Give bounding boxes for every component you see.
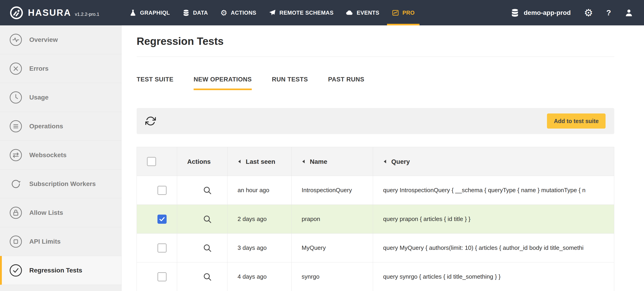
arrows-exchange-circle-icon (9, 148, 22, 162)
settings-gear-icon[interactable]: ⚙ (584, 8, 593, 18)
main-content: Regression Tests TEST SUITE NEW OPERATIO… (122, 26, 644, 291)
square-circle-icon (9, 235, 22, 248)
sidebar-item-errors[interactable]: Errors (0, 54, 121, 83)
table-row: 3 days ago MyQuery query MyQuery { autho… (137, 234, 614, 262)
refresh-icon[interactable] (145, 116, 156, 126)
sort-caret-icon (302, 158, 305, 165)
sort-caret-icon (383, 158, 387, 165)
x-circle-icon (9, 62, 22, 75)
column-label: Last seen (246, 158, 275, 165)
last-seen-cell: 3 days ago (228, 234, 292, 262)
select-all-checkbox[interactable] (147, 157, 156, 166)
query-cell: query MyQuery { authors(limit: 10) { art… (373, 234, 614, 262)
sidebar-item-label: Operations (29, 122, 63, 130)
nav-item-events[interactable]: EVENTS (340, 0, 386, 26)
sidebar-item-subscription-workers[interactable]: Subscription Workers (0, 170, 121, 198)
nav-item-actions[interactable]: ⚙ ACTIONS (214, 0, 262, 26)
sidebar-item-label: Usage (29, 94, 48, 101)
nav-item-data[interactable]: DATA (176, 0, 214, 26)
name-cell: synrgo (292, 262, 373, 291)
top-nav-menu: GRAPHIQL DATA ⚙ ACTIONS REMOTE SCHEMAS E… (123, 0, 421, 26)
sidebar: Overview Errors Usage Operations (0, 26, 122, 291)
column-header-query[interactable]: Query (373, 147, 614, 176)
sidebar-item-usage[interactable]: Usage (0, 83, 121, 112)
row-checkbox[interactable] (158, 214, 166, 224)
nav-item-label: EVENTS (356, 10, 379, 16)
inspect-operation-icon[interactable] (203, 186, 212, 195)
last-seen-cell: an hour ago (228, 176, 292, 205)
operations-table: Actions Last seen Name Query (137, 147, 614, 291)
tab-run-tests[interactable]: RUN TESTS (272, 76, 308, 90)
table-row: 4 days ago synrgo query synrgo { article… (137, 262, 614, 291)
inspect-operation-icon[interactable] (203, 214, 212, 224)
nav-item-label: GRAPHIQL (140, 10, 170, 16)
sidebar-item-label: Errors (29, 65, 48, 72)
nav-item-graphiql[interactable]: GRAPHIQL (123, 0, 176, 26)
column-header-actions: Actions (177, 147, 228, 176)
column-header-name[interactable]: Name (292, 147, 373, 176)
navbar-right-group: demo-app-prod ⚙ ? (510, 8, 634, 18)
list-circle-icon (9, 120, 22, 133)
database-icon (182, 9, 190, 16)
sort-caret-icon (238, 158, 241, 165)
brand-name: HASURA (28, 8, 71, 18)
name-cell: MyQuery (292, 234, 373, 262)
column-label: Name (310, 158, 327, 165)
last-seen-cell: 4 days ago (228, 262, 292, 291)
flask-icon (129, 9, 137, 16)
sidebar-item-overview[interactable]: Overview (0, 26, 121, 54)
version-label: v1.2.2-pro.1 (75, 12, 99, 17)
name-cell: prapon (292, 205, 373, 234)
project-name: demo-app-prod (524, 9, 570, 16)
lock-circle-icon (9, 206, 22, 220)
sidebar-item-label: API Limits (29, 238, 61, 245)
page-title: Regression Tests (137, 36, 614, 46)
column-label: Query (391, 158, 410, 165)
sidebar-item-api-limits[interactable]: API Limits (0, 227, 121, 256)
cloud-icon (346, 9, 353, 16)
row-checkbox[interactable] (158, 244, 166, 252)
tab-past-runs[interactable]: PAST RUNS (328, 76, 364, 90)
query-cell: query synrgo { articles { id title_somet… (373, 262, 614, 291)
row-checkbox[interactable] (158, 272, 166, 282)
inspect-operation-icon[interactable] (203, 244, 212, 252)
clock-circle-icon (9, 91, 22, 104)
operations-toolbar: Add to test suite (137, 108, 614, 134)
gear-icon: ⚙ (220, 9, 228, 17)
table-row: 2 days ago prapon query prapon { article… (137, 205, 614, 234)
add-to-test-suite-button[interactable]: Add to test suite (547, 114, 606, 128)
title-divider (137, 56, 614, 57)
project-selector[interactable]: demo-app-prod (510, 8, 570, 18)
name-cell: IntrospectionQuery (292, 176, 373, 205)
top-navbar: HASURA v1.2.2-pro.1 GRAPHIQL DATA ⚙ ACTI… (0, 0, 644, 26)
brand[interactable]: HASURA v1.2.2-pro.1 (9, 6, 99, 20)
sidebar-item-regression-tests[interactable]: Regression Tests (0, 256, 121, 285)
sidebar-item-label: Overview (29, 36, 58, 44)
inspect-operation-icon[interactable] (203, 272, 212, 282)
tab-new-operations[interactable]: NEW OPERATIONS (194, 76, 252, 90)
paper-plane-icon (269, 9, 276, 16)
tab-test-suite[interactable]: TEST SUITE (137, 76, 174, 90)
hasura-logo-icon (9, 6, 24, 20)
sidebar-item-label: Allow Lists (29, 209, 63, 216)
nav-item-pro[interactable]: PRO (386, 0, 421, 26)
check-circle-icon (9, 264, 22, 277)
help-icon[interactable]: ? (606, 8, 611, 17)
database-icon (510, 8, 520, 18)
user-icon[interactable] (624, 8, 634, 18)
sidebar-item-operations[interactable]: Operations (0, 112, 121, 141)
activity-circle-icon (9, 33, 22, 46)
sidebar-item-allow-lists[interactable]: Allow Lists (0, 198, 121, 227)
query-cell: query prapon { articles { id title } } (373, 205, 614, 234)
sidebar-item-websockets[interactable]: Websockets (0, 141, 121, 170)
column-label: Actions (187, 158, 211, 165)
column-header-last-seen[interactable]: Last seen (228, 147, 292, 176)
nav-item-label: ACTIONS (231, 10, 256, 16)
row-checkbox[interactable] (158, 186, 166, 195)
sync-arrows-icon (9, 177, 22, 190)
sidebar-item-label: Subscription Workers (29, 180, 96, 188)
nav-item-remote-schemas[interactable]: REMOTE SCHEMAS (262, 0, 340, 26)
table-row: an hour ago IntrospectionQuery query Int… (137, 176, 614, 205)
sidebar-item-label: Regression Tests (29, 267, 82, 274)
query-cell: query IntrospectionQuery { __schema { qu… (373, 176, 614, 205)
